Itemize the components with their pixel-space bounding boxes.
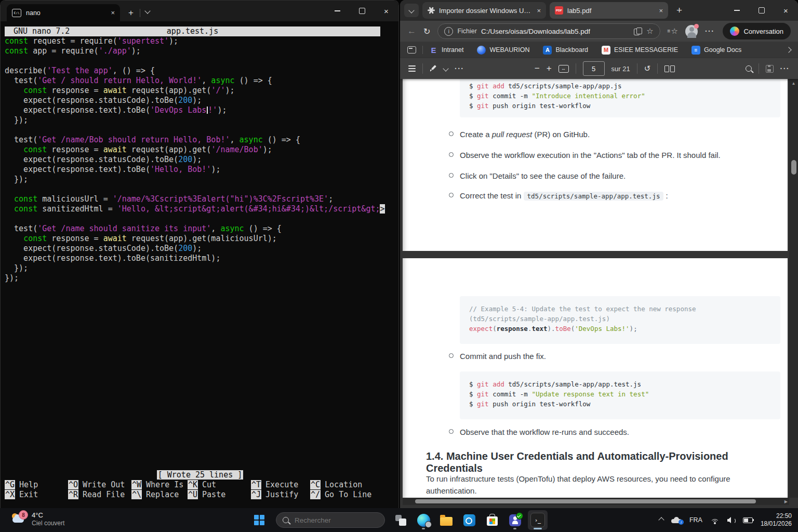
wifi-icon[interactable]	[710, 517, 720, 524]
taskbar-search[interactable]	[276, 512, 385, 528]
zoom-in-icon[interactable]: +	[547, 63, 552, 74]
close-button[interactable]: ×	[374, 1, 398, 21]
horizontal-scrollbar-thumb[interactable]	[415, 499, 756, 503]
new-tab-button[interactable]: +	[676, 5, 682, 16]
favorite-item[interactable]: WEBAURION	[477, 46, 529, 55]
horizontal-scrollbar[interactable]: ▶	[403, 498, 789, 505]
maximize-button[interactable]	[350, 1, 374, 21]
favorites-bar-icon[interactable]	[668, 26, 678, 36]
close-tab-icon[interactable]: ×	[537, 7, 541, 15]
shortcut-label: Location	[325, 480, 362, 489]
close-tab-icon[interactable]: ×	[111, 9, 115, 17]
favorite-item[interactable]: ≡ Google Docs	[691, 46, 741, 55]
more-options-icon[interactable]: ···	[780, 64, 790, 73]
address-bar[interactable]: Fichier C:/Users/oisas/Downloads/lab5.pd…	[437, 23, 660, 39]
terminal-icon	[530, 513, 545, 527]
new-tab-button[interactable]: +	[128, 8, 134, 18]
code-block-example-5-4: // Example 5-4: Update the test to expec…	[460, 296, 780, 344]
collections-icon[interactable]	[407, 46, 416, 54]
weather-widget[interactable]: 8 4°C Ciel couvert	[11, 511, 64, 527]
browser-tab-lab5-pdf[interactable]: lab5.pdf ×	[550, 2, 668, 19]
favorite-favicon: M	[602, 46, 610, 55]
vertical-scrollbar[interactable]: ▲	[789, 79, 798, 498]
refresh-icon[interactable]: ↻	[423, 26, 430, 36]
tab-dropdown-button[interactable]	[145, 6, 150, 15]
favorite-item[interactable]: M ESIEE MESSAGERIE	[602, 46, 678, 55]
zoom-out-icon[interactable]: −	[535, 63, 540, 74]
outlook-button[interactable]	[459, 510, 479, 530]
shortcut-label: Where Is	[146, 480, 183, 489]
list-item-text: Correct the test in td5/scripts/sample-a…	[460, 190, 668, 202]
terminal-button[interactable]	[528, 510, 548, 530]
file-explorer-button[interactable]	[436, 510, 456, 530]
nano-shortcut: ^JJustify	[251, 490, 310, 500]
browser-tab-importer[interactable]: Importer dossier Windows Ubuntu ×	[422, 2, 546, 19]
nano-shortcuts-row2: ^XExit^RRead File^\Replace^UPaste^JJusti…	[5, 490, 395, 500]
draw-pen-icon[interactable]	[430, 65, 437, 72]
task-view-button[interactable]	[391, 510, 410, 530]
nano-editor[interactable]: GNU nano 7.2 app.test.js const request =…	[1, 21, 398, 508]
hidden-icons-chevron[interactable]	[658, 517, 664, 523]
rotate-icon[interactable]: ↺	[644, 64, 651, 73]
list-item-text: Create a pull request (PR) on GitHub.	[460, 129, 590, 140]
edge-taskbar-button[interactable]	[414, 510, 433, 530]
more-menu-icon[interactable]: ···	[705, 27, 715, 35]
nano-shortcut: ^TExecute	[251, 480, 310, 490]
taskbar: 8 4°C Ciel couvert	[0, 508, 798, 532]
page-number-input[interactable]: 5	[583, 61, 605, 76]
desktop: nano × + × GNU nano 7.2 app.test.js cons…	[0, 0, 798, 532]
scroll-right-icon[interactable]: ▶	[784, 499, 788, 504]
list-item-text: Commit and push the fix.	[460, 351, 546, 362]
nano-shortcut: ^WWhere Is	[131, 480, 188, 490]
favorites-overflow-button[interactable]	[787, 46, 791, 54]
clock[interactable]: 22:50 18/01/2026	[761, 512, 792, 528]
onedrive-icon[interactable]	[671, 517, 682, 523]
bullet-icon	[449, 193, 454, 197]
close-tab-icon[interactable]: ×	[659, 7, 663, 15]
microsoft-store-button[interactable]	[482, 510, 502, 530]
teams-button[interactable]	[505, 510, 525, 530]
tab-title: Importer dossier Windows Ubuntu	[439, 7, 533, 15]
table-of-contents-icon[interactable]	[408, 65, 416, 72]
fit-width-icon[interactable]	[558, 65, 569, 73]
copilot-conversation-button[interactable]: Conversation	[723, 23, 791, 39]
start-button[interactable]	[254, 515, 264, 525]
browser-window-controls: ×	[725, 0, 798, 21]
search-input[interactable]	[294, 516, 374, 525]
divider	[657, 63, 658, 74]
more-tools-icon[interactable]: ···	[455, 64, 464, 73]
page-view-icon[interactable]	[664, 65, 675, 72]
vertical-scrollbar-thumb[interactable]	[791, 160, 796, 175]
battery-icon[interactable]	[743, 517, 753, 523]
scroll-up-icon[interactable]: ▲	[789, 81, 798, 86]
volume-icon[interactable]	[727, 517, 735, 524]
minimize-button[interactable]	[325, 1, 350, 21]
split-screen-icon[interactable]	[634, 28, 642, 35]
minimize-button[interactable]	[725, 0, 749, 21]
shortcut-key: ^U	[188, 490, 198, 499]
favorite-item[interactable]: A Blackboard	[543, 46, 588, 55]
onedrive-info-badge	[679, 520, 684, 525]
shortcut-label: Help	[19, 480, 38, 489]
profile-avatar[interactable]	[685, 25, 698, 38]
tab-title: lab5.pdf	[567, 7, 655, 15]
close-button[interactable]: ×	[774, 0, 798, 21]
tab-search-button[interactable]	[404, 4, 419, 17]
weather-icon: 8	[11, 512, 27, 526]
back-icon[interactable]: ←	[407, 26, 416, 36]
search-icon[interactable]	[746, 65, 752, 72]
save-icon[interactable]	[766, 65, 774, 73]
terminal-tab-nano[interactable]: nano ×	[7, 4, 120, 21]
divider	[422, 63, 423, 74]
shortcut-label: Replace	[146, 490, 179, 499]
code-block-content: // Example 5-4: Update the test to expec…	[460, 296, 780, 334]
chevron-down-icon[interactable]	[443, 65, 448, 71]
favorite-star-icon[interactable]: ☆	[646, 26, 653, 36]
favorite-label: Google Docs	[704, 46, 741, 54]
language-indicator[interactable]: FRA	[689, 516, 702, 524]
favorite-item[interactable]: E Intranet	[429, 46, 463, 55]
info-icon[interactable]	[444, 27, 453, 36]
divider	[759, 63, 759, 74]
maximize-button[interactable]	[749, 0, 774, 21]
code-block-git-error: $ git add td5/scripts/sample-app/app.js$…	[460, 79, 780, 117]
